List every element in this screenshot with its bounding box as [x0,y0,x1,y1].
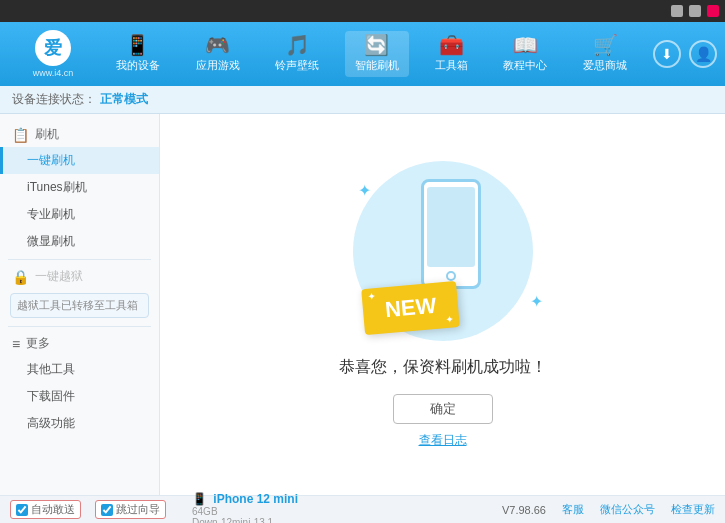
device-model: Down-12mini-13,1 [192,517,298,524]
sidebar-divider-2 [8,326,151,327]
bottom-right: V7.98.66 客服 微信公众号 检查更新 [502,502,715,517]
sidebar-item-download-firmware[interactable]: 下载固件 [0,383,159,410]
nav-label-shop: 爱思商城 [583,58,627,73]
other-tools-label: 其他工具 [27,362,75,376]
auto-send-label: 自动敢送 [31,502,75,517]
my-device-icon: 📱 [125,35,150,55]
nav-label-smart-flash: 智能刷机 [355,58,399,73]
sidebar-divider-1 [8,259,151,260]
shop-icon: 🛒 [593,35,618,55]
sidebar-section-more[interactable]: ≡ 更多 [0,331,159,356]
phone-screen [427,187,475,267]
top-navigation: 爱 www.i4.cn 📱 我的设备 🎮 应用游戏 🎵 铃声壁纸 🔄 智能刷机 … [0,22,725,86]
ringtone-icon: 🎵 [285,35,310,55]
sidebar-item-itunes-flash[interactable]: iTunes刷机 [0,174,159,201]
version-label: V7.98.66 [502,504,546,516]
user-button[interactable]: 👤 [689,40,717,68]
tutorial-icon: 📖 [513,35,538,55]
nav-right: ⬇ 👤 [653,40,717,68]
device-storage: 64GB [192,506,298,517]
illustration: ✦ ✦ ✦ NEW ✦ [333,161,553,341]
flash-section-icon: 📋 [12,127,29,143]
nav-label-apps-games: 应用游戏 [196,58,240,73]
nav-item-ringtone[interactable]: 🎵 铃声壁纸 [265,31,329,77]
bottombar: 自动敢送 跳过向导 📱 iPhone 12 mini 64GB Down-12m… [0,495,725,523]
statusbar: 设备连接状态： 正常模式 [0,86,725,114]
status-label: 设备连接状态： [12,91,96,108]
nav-items: 📱 我的设备 🎮 应用游戏 🎵 铃声壁纸 🔄 智能刷机 🧰 工具箱 📖 教程中心… [98,31,645,77]
download-firmware-label: 下载固件 [27,389,75,403]
nav-item-apps-games[interactable]: 🎮 应用游戏 [186,31,250,77]
check-update-link[interactable]: 检查更新 [671,502,715,517]
nav-item-shop[interactable]: 🛒 爱思商城 [573,31,637,77]
new-banner: ✦ NEW ✦ [361,280,460,334]
device-name: 📱 iPhone 12 mini [192,492,298,506]
jailbreak-notice: 越狱工具已转移至工具箱 [10,293,149,318]
device-icon: 📱 [192,492,207,506]
logo-url: www.i4.cn [33,68,74,78]
titlebar [0,0,725,22]
sidebar-item-downgrade-flash[interactable]: 微显刷机 [0,228,159,255]
auto-send-checkbox-area[interactable]: 自动敢送 [10,500,81,519]
nav-item-toolbox[interactable]: 🧰 工具箱 [425,31,478,77]
banner-star-bottom: ✦ [445,314,454,325]
auto-send-checkbox[interactable] [16,504,28,516]
customer-service-link[interactable]: 客服 [562,502,584,517]
minimize-button[interactable] [671,5,683,17]
nav-label-tutorial: 教程中心 [503,58,547,73]
skip-wizard-checkbox-area[interactable]: 跳过向导 [95,500,166,519]
one-key-flash-label: 一键刷机 [27,153,75,167]
sidebar-item-advanced[interactable]: 高级功能 [0,410,159,437]
nav-label-my-device: 我的设备 [116,58,160,73]
jailbreak-notice-text: 越狱工具已转移至工具箱 [17,299,138,311]
main-content: 📋 刷机 一键刷机 iTunes刷机 专业刷机 微显刷机 🔒 一键越狱 越狱工具… [0,114,725,495]
apps-games-icon: 🎮 [205,35,230,55]
nav-label-toolbox: 工具箱 [435,58,468,73]
sparkle-top-left: ✦ [358,181,371,200]
close-button[interactable] [707,5,719,17]
sidebar: 📋 刷机 一键刷机 iTunes刷机 专业刷机 微显刷机 🔒 一键越狱 越狱工具… [0,114,160,495]
wechat-link[interactable]: 微信公众号 [600,502,655,517]
sidebar-item-other-tools[interactable]: 其他工具 [0,356,159,383]
lock-icon: 🔒 [12,269,29,285]
smart-flash-icon: 🔄 [364,35,389,55]
logo-area: 爱 www.i4.cn [8,30,98,78]
success-text: 恭喜您，保资料刷机成功啦！ [339,357,547,378]
jailbreak-section-label: 一键越狱 [35,268,83,285]
toolbox-icon: 🧰 [439,35,464,55]
downgrade-flash-label: 微显刷机 [27,234,75,248]
nav-item-tutorial[interactable]: 📖 教程中心 [493,31,557,77]
pro-flash-label: 专业刷机 [27,207,75,221]
banner-star-top: ✦ [367,291,376,302]
itunes-flash-label: iTunes刷机 [27,180,87,194]
more-section-icon: ≡ [12,336,20,352]
phone-illustration [421,179,481,289]
status-value: 正常模式 [100,91,148,108]
nav-label-ringtone: 铃声壁纸 [275,58,319,73]
view-log-link[interactable]: 查看日志 [419,432,467,449]
center-area: ✦ ✦ ✦ NEW ✦ 恭喜您，保资料刷机成功啦！ 确定 查看日志 [160,114,725,495]
confirm-button[interactable]: 确定 [393,394,493,424]
skip-wizard-label: 跳过向导 [116,502,160,517]
sparkle-bottom-right: ✦ [530,292,543,311]
sidebar-item-one-key-flash[interactable]: 一键刷机 [0,147,159,174]
bottom-left: 自动敢送 跳过向导 📱 iPhone 12 mini 64GB Down-12m… [10,490,306,524]
sidebar-section-jailbreak: 🔒 一键越狱 [0,264,159,289]
device-info: 📱 iPhone 12 mini 64GB Down-12mini-13,1 [184,490,306,524]
more-section-label: 更多 [26,335,50,352]
flash-section-label: 刷机 [35,126,59,143]
sidebar-section-flash[interactable]: 📋 刷机 [0,122,159,147]
banner-text: NEW [383,292,436,321]
nav-item-smart-flash[interactable]: 🔄 智能刷机 [345,31,409,77]
advanced-label: 高级功能 [27,416,75,430]
sidebar-item-pro-flash[interactable]: 专业刷机 [0,201,159,228]
phone-home-button [446,271,456,281]
skip-wizard-checkbox[interactable] [101,504,113,516]
nav-item-my-device[interactable]: 📱 我的设备 [106,31,170,77]
maximize-button[interactable] [689,5,701,17]
download-button[interactable]: ⬇ [653,40,681,68]
logo-icon: 爱 [35,30,71,66]
